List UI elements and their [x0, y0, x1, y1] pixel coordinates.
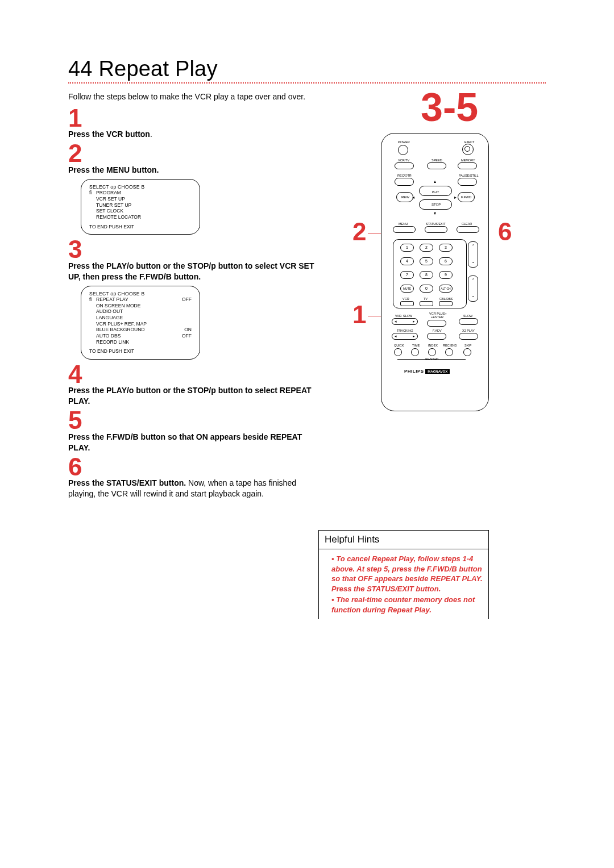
slow-button[interactable]: [459, 318, 478, 325]
step-1-num: 1: [68, 107, 330, 130]
callout-6: 6: [498, 219, 512, 244]
step-3-num: 3: [68, 238, 330, 261]
digit-4[interactable]: 4: [400, 257, 414, 265]
step-2-text: Press the MENU button.: [68, 165, 318, 176]
helpful-hints-title: Helpful Hints: [318, 530, 489, 549]
down-icon: ▾: [434, 211, 436, 216]
title-divider: [68, 82, 546, 84]
statusexit-button[interactable]: [425, 226, 447, 233]
digit-6[interactable]: 6: [439, 257, 453, 265]
step-1: 1 Press the VCR button.: [68, 107, 330, 140]
step-3: 3 Press the PLAY/o button or the STOP/p …: [68, 238, 330, 282]
left-icon: ◂: [412, 195, 414, 200]
cbldbs-button[interactable]: [439, 301, 453, 306]
fadv-button[interactable]: [427, 333, 446, 340]
intro-text: Follow the steps below to make the VCR p…: [68, 91, 307, 102]
quick-button[interactable]: [394, 348, 402, 356]
helpful-hints: Helpful Hints To cancel Repeat Play, fol…: [318, 530, 489, 619]
digit-5[interactable]: 5: [420, 257, 433, 265]
callout-2: 2: [352, 219, 366, 244]
step-6: 6 Press the STATUS/EXIT button. Now, whe…: [68, 456, 330, 499]
helpful-hints-body: To cancel Repeat Play, follow steps 1-4 …: [318, 549, 489, 619]
step-5-num: 5: [68, 409, 330, 432]
mute-button[interactable]: MUTE: [400, 285, 414, 293]
step-3-text: Press the PLAY/o button or the STOP/p bu…: [68, 261, 318, 282]
page-title: 44 Repeat Play: [68, 57, 546, 81]
hint-item: The real-time counter memory does not fu…: [331, 595, 486, 615]
callout-1: 1: [352, 302, 366, 327]
hint-item: To cancel Repeat Play, follow steps 1-4 …: [331, 554, 486, 594]
step-1-text: Press the VCR button.: [68, 129, 318, 140]
volume-rocker[interactable]: ⌃ ⌄: [468, 276, 478, 302]
speed-button[interactable]: [427, 162, 446, 169]
digit-2[interactable]: 2: [420, 244, 433, 252]
right-icon: ▸: [454, 195, 457, 200]
remote-control: POWER EJECT VCR/TV SPEED MEMORY REC/OTR …: [381, 133, 489, 411]
x2play-button[interactable]: [459, 333, 478, 340]
stop-button[interactable]: STOP: [419, 199, 452, 210]
up-icon: ▴: [434, 179, 436, 184]
remote-column: 3-5 2 1 6 POWER EJECT VCR/TV SPEED MEMOR…: [347, 99, 540, 502]
step-6-text: Press the STATUS/EXIT button. Now, when …: [68, 478, 318, 499]
step-2-num: 2: [68, 142, 330, 165]
step-6-num: 6: [68, 456, 330, 478]
steps-column: 1 Press the VCR button. 2 Press the MENU…: [68, 105, 330, 502]
digit-7[interactable]: 7: [400, 271, 414, 279]
time-button[interactable]: [411, 348, 419, 356]
rew-button[interactable]: REW: [396, 192, 413, 202]
vcrtv-button[interactable]: [395, 162, 414, 169]
eject-button[interactable]: [462, 144, 474, 155]
step-4: 4 Press the PLAY/o button or the STOP/p …: [68, 363, 330, 407]
menu-button[interactable]: [393, 226, 416, 233]
digit-9[interactable]: 9: [439, 271, 453, 279]
power-button[interactable]: [398, 145, 408, 155]
page-number: 44: [68, 57, 93, 81]
index-button[interactable]: [428, 348, 436, 356]
tv-button[interactable]: [420, 301, 433, 306]
play-button[interactable]: PLAY: [419, 186, 452, 196]
varslow-button[interactable]: ◂ ▸: [392, 318, 418, 325]
step-4-text: Press the PLAY/o button or the STOP/p bu…: [68, 385, 318, 407]
digit-8[interactable]: 8: [420, 271, 433, 279]
tracking-button[interactable]: ◂ ▸: [392, 333, 418, 340]
pausestill-button[interactable]: [458, 178, 477, 186]
step-5-text: Press the F.FWD/B button so that ON appe…: [68, 432, 318, 453]
step-2: 2 Press the MENU button.: [68, 142, 330, 175]
digit-3[interactable]: 3: [439, 244, 453, 252]
memory-button[interactable]: [458, 162, 477, 169]
digit-1[interactable]: 1: [400, 244, 414, 252]
callout-top: 3-5: [421, 87, 478, 127]
altch-button[interactable]: ALT CH: [439, 285, 453, 293]
ffwd-button[interactable]: F.FWD: [458, 192, 475, 202]
vcrplus-button[interactable]: [427, 320, 446, 327]
brand: PHILIPS MAGNAVOX: [404, 369, 450, 374]
vcr-button[interactable]: [400, 301, 414, 306]
digit-0[interactable]: 0: [420, 285, 433, 293]
skip-button[interactable]: [463, 348, 471, 356]
page-heading: Repeat Play: [98, 57, 217, 81]
step-4-num: 4: [68, 363, 330, 386]
recend-button[interactable]: [445, 348, 453, 356]
step-5: 5 Press the F.FWD/B button so that ON ap…: [68, 409, 330, 453]
clear-button[interactable]: [457, 226, 479, 233]
osd-menu-2: SELECT op CHOOSE BfiREPEAT PLAYOFFON SCR…: [81, 286, 200, 360]
recotr-button[interactable]: [395, 178, 414, 186]
channel-rocker[interactable]: ⌃ ⌄: [468, 241, 478, 268]
osd-menu-1: SELECT op CHOOSE BfiPROGRAMVCR SET UPTUN…: [81, 179, 200, 235]
